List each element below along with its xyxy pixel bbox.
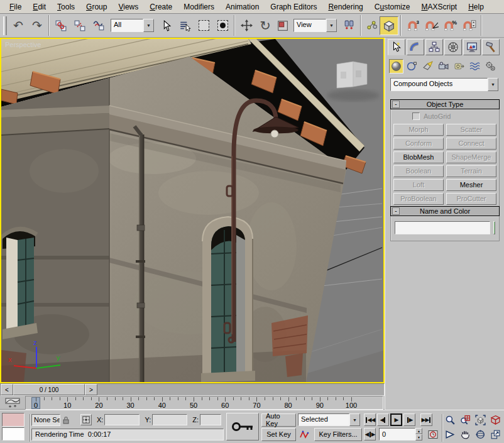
selection-lock-toggle[interactable] [60, 414, 72, 426]
rectangular-selection-region-button[interactable] [194, 16, 213, 35]
object-type-procutter-button[interactable]: ProCutter [446, 193, 496, 205]
object-name-input[interactable] [395, 221, 490, 234]
absolute-offset-mode-toggle[interactable] [80, 414, 92, 425]
category-shapes-button[interactable] [405, 59, 419, 74]
tab-modify[interactable] [407, 39, 424, 55]
coordinate-system-value[interactable]: View [293, 19, 326, 32]
tab-create[interactable] [388, 39, 405, 55]
object-type-shapemerge-button[interactable]: ShapeMerge [446, 151, 496, 163]
tab-utilities[interactable] [482, 39, 500, 55]
pan-view-button[interactable] [457, 427, 473, 441]
toolbar-drag-handle[interactable] [3, 16, 7, 35]
select-and-move-button[interactable] [237, 16, 256, 35]
menu-item-customize[interactable]: Customize [369, 1, 416, 13]
select-and-rotate-button[interactable]: ↻ [256, 16, 275, 35]
category-space-warps-button[interactable] [468, 59, 482, 74]
snap-3d-flyout-button[interactable]: 3 [403, 16, 422, 35]
spinner-snap-toggle-button[interactable] [460, 16, 479, 35]
select-object-button[interactable] [156, 16, 175, 35]
time-slider[interactable]: < 0 / 100 > [0, 383, 385, 396]
collapse-icon[interactable]: - [392, 207, 400, 215]
use-pivot-point-center-button[interactable] [339, 16, 358, 35]
frame-spinner[interactable]: ▲ ▼ [415, 428, 422, 440]
object-type-mesher-button[interactable]: Mesher [446, 179, 496, 191]
menu-item-graph-editors[interactable]: Graph Editors [265, 1, 322, 13]
go-to-start-button[interactable]: ◀◀ [364, 413, 376, 426]
set-key-button[interactable]: Set Key [261, 428, 296, 441]
object-type-conform-button[interactable]: Conform [393, 138, 444, 150]
key-selection-value[interactable]: Selected [298, 413, 349, 426]
coord-z-field[interactable] [200, 414, 221, 425]
previous-frame-button[interactable]: ◀ [377, 413, 389, 426]
tab-display[interactable] [463, 39, 481, 55]
set-keys-button[interactable] [226, 413, 259, 440]
object-type-blobmesh-button[interactable]: BlobMesh [393, 151, 444, 163]
select-and-link-button[interactable] [52, 16, 70, 35]
menu-item-create[interactable]: Create [144, 1, 178, 13]
coord-y-field[interactable] [152, 414, 187, 425]
menu-item-tools[interactable]: Tools [52, 1, 80, 13]
next-frame-button[interactable]: ▶ [403, 413, 415, 426]
category-geometry-button[interactable] [389, 59, 403, 74]
menu-item-views[interactable]: Views [112, 1, 144, 13]
key-selection-dropdown-arrow[interactable]: ▼ [349, 413, 360, 426]
tab-hierarchy[interactable] [425, 39, 443, 55]
maximize-viewport-toggle-button[interactable] [488, 427, 503, 441]
menu-item-edit[interactable]: Edit [27, 1, 52, 13]
zoom-all-button[interactable] [457, 413, 473, 427]
object-type-boolean-button[interactable]: Boolean [393, 165, 444, 177]
track-bar[interactable]: 0102030405060708090100 [0, 396, 385, 410]
category-cameras-button[interactable] [436, 59, 451, 74]
zoom-extents-all-button[interactable] [488, 413, 503, 427]
select-by-name-button[interactable] [175, 16, 194, 35]
selection-filter-value[interactable]: All [111, 19, 143, 32]
perspective-viewport[interactable]: z x y Perspective [0, 38, 385, 383]
spinner-up-icon[interactable]: ▲ [415, 428, 422, 434]
menu-item-group[interactable]: Group [80, 1, 112, 13]
default-tangents-button[interactable] [298, 428, 312, 440]
zoom-button[interactable] [442, 413, 457, 427]
reference-coordinate-system-combo[interactable]: View ▼ [293, 19, 337, 32]
time-slider-thumb[interactable]: 0 / 100 [13, 384, 85, 395]
viewport-label[interactable]: Perspective [5, 41, 41, 48]
arc-rotate-button[interactable] [473, 427, 488, 441]
time-configuration-button[interactable] [426, 428, 440, 440]
menu-item-modifiers[interactable]: Modifiers [178, 1, 220, 13]
snaps-toggle-button[interactable] [380, 16, 398, 35]
go-to-end-button[interactable]: ▶▶ [420, 413, 432, 426]
key-selection-combo[interactable]: Selected ▼ [298, 413, 360, 426]
open-mini-curve-editor-button[interactable] [2, 397, 23, 408]
spinner-down-icon[interactable]: ▼ [415, 434, 422, 440]
auto-key-button[interactable]: Auto Key [261, 413, 296, 427]
angle-snap-toggle-button[interactable] [422, 16, 441, 35]
undo-button[interactable]: ↶ [9, 16, 28, 35]
object-category-value[interactable]: Compound Objects [390, 78, 488, 91]
autogrid-checkbox[interactable] [412, 112, 420, 120]
object-type-scatter-button[interactable]: Scatter [446, 124, 496, 136]
time-slider-next-button[interactable]: > [85, 384, 97, 395]
key-filters-button[interactable]: Key Filters... [314, 428, 362, 441]
menu-item-rendering[interactable]: Rendering [322, 1, 368, 13]
category-helpers-button[interactable] [452, 59, 466, 74]
percent-snap-toggle-button[interactable]: % [441, 16, 460, 35]
maxscript-listener-line[interactable] [2, 427, 25, 440]
coordinate-system-dropdown-arrow[interactable]: ▼ [326, 19, 337, 32]
time-slider-prev-button[interactable]: < [1, 384, 13, 395]
object-type-terrain-button[interactable]: Terrain [446, 165, 496, 177]
object-type-connect-button[interactable]: Connect [446, 138, 496, 150]
macro-recorder-line[interactable] [2, 413, 25, 427]
object-type-morph-button[interactable]: Morph [393, 124, 444, 136]
menu-item-maxscript[interactable]: MAXScript [416, 1, 463, 13]
object-type-loft-button[interactable]: Loft [393, 179, 444, 191]
collapse-icon[interactable]: - [392, 101, 400, 108]
bind-to-space-warp-button[interactable] [89, 16, 108, 35]
track-bar-ruler[interactable]: 0102030405060708090100 [25, 396, 383, 410]
current-frame-field[interactable]: 0 [379, 428, 415, 440]
key-mode-toggle-button[interactable]: ◀▶ [364, 428, 376, 440]
coord-x-field[interactable] [104, 414, 140, 425]
field-of-view-button[interactable] [442, 427, 457, 441]
selection-filter-dropdown-arrow[interactable]: ▼ [143, 19, 154, 32]
menu-item-animation[interactable]: Animation [220, 1, 265, 13]
menu-item-file[interactable]: File [4, 1, 27, 13]
object-category-combo[interactable]: Compound Objects ▼ [390, 78, 498, 91]
